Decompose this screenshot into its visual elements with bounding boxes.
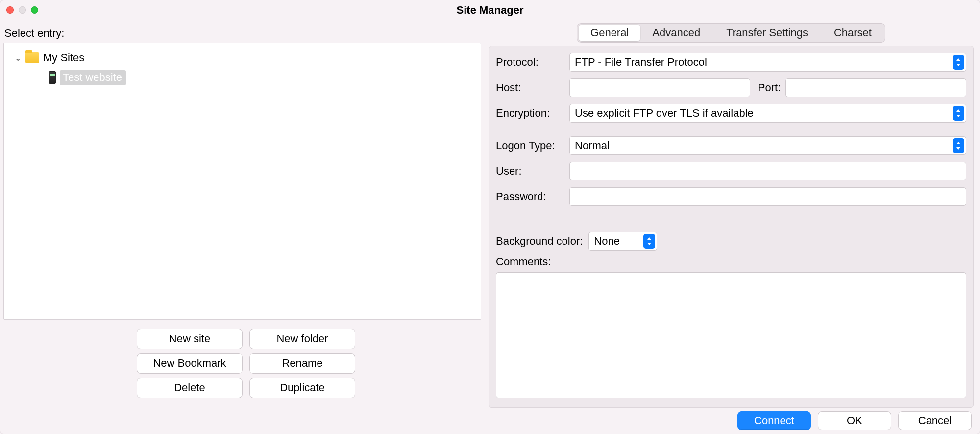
- user-label: User:: [496, 165, 569, 178]
- comments-textarea[interactable]: [496, 272, 966, 398]
- tree-site-row[interactable]: Test website: [7, 68, 478, 87]
- protocol-label: Protocol:: [496, 56, 569, 69]
- port-input[interactable]: [785, 78, 966, 97]
- select-entry-label: Select entry:: [4, 27, 486, 40]
- tab-separator: [713, 27, 713, 38]
- encryption-value: Use explicit FTP over TLS if available: [575, 107, 754, 120]
- tab-separator: [821, 27, 821, 38]
- right-column: General Advanced Transfer Settings Chars…: [486, 20, 980, 408]
- user-input[interactable]: [569, 162, 966, 180]
- dropdown-arrows-icon: [953, 106, 964, 121]
- left-column: Select entry: ⌄ My Sites Test website Ne…: [0, 20, 486, 408]
- host-label: Host:: [496, 81, 569, 94]
- settings-tabs: General Advanced Transfer Settings Chars…: [577, 23, 885, 43]
- protocol-select[interactable]: FTP - File Transfer Protocol: [569, 53, 966, 72]
- logon-type-value: Normal: [575, 139, 610, 152]
- tab-advanced[interactable]: Advanced: [640, 25, 712, 41]
- site-tree[interactable]: ⌄ My Sites Test website: [3, 43, 481, 320]
- folder-icon: [25, 52, 39, 63]
- connect-button[interactable]: Connect: [737, 411, 811, 430]
- server-icon: [49, 71, 56, 84]
- background-color-select[interactable]: None: [588, 232, 657, 251]
- encryption-select[interactable]: Use explicit FTP over TLS if available: [569, 104, 966, 123]
- separator: [496, 224, 966, 224]
- titlebar: Site Manager: [0, 0, 980, 20]
- password-label: Password:: [496, 190, 569, 203]
- site-action-buttons: New site New folder New Bookmark Rename …: [137, 329, 486, 398]
- tab-general[interactable]: General: [579, 25, 640, 41]
- port-label: Port:: [758, 81, 781, 94]
- duplicate-button[interactable]: Duplicate: [249, 378, 355, 398]
- tree-root-row[interactable]: ⌄ My Sites: [7, 48, 478, 68]
- logon-type-label: Logon Type:: [496, 139, 569, 152]
- dropdown-arrows-icon: [953, 138, 964, 153]
- cancel-button[interactable]: Cancel: [898, 411, 972, 430]
- window-title: Site Manager: [0, 4, 980, 17]
- dialog-footer: Connect OK Cancel: [0, 408, 980, 434]
- tab-transfer[interactable]: Transfer Settings: [714, 25, 820, 41]
- encryption-label: Encryption:: [496, 107, 569, 120]
- comments-label: Comments:: [496, 255, 966, 268]
- rename-button[interactable]: Rename: [249, 353, 355, 374]
- new-bookmark-button[interactable]: New Bookmark: [137, 353, 243, 374]
- background-color-value: None: [594, 235, 620, 248]
- ok-button[interactable]: OK: [818, 411, 891, 430]
- password-input[interactable]: [569, 187, 966, 206]
- delete-button[interactable]: Delete: [137, 378, 243, 398]
- tree-site-label: Test website: [60, 70, 126, 85]
- new-folder-button[interactable]: New folder: [249, 329, 355, 349]
- tab-charset[interactable]: Charset: [822, 25, 883, 41]
- protocol-value: FTP - File Transfer Protocol: [575, 56, 707, 69]
- background-color-label: Background color:: [496, 235, 583, 248]
- dropdown-arrows-icon: [953, 55, 964, 70]
- general-panel: Protocol: FTP - File Transfer Protocol H…: [489, 46, 974, 408]
- tree-root-label: My Sites: [43, 51, 84, 64]
- new-site-button[interactable]: New site: [137, 329, 243, 349]
- host-input[interactable]: [569, 78, 750, 97]
- logon-type-select[interactable]: Normal: [569, 136, 966, 155]
- chevron-down-icon[interactable]: ⌄: [14, 53, 22, 63]
- dropdown-arrows-icon: [643, 234, 655, 249]
